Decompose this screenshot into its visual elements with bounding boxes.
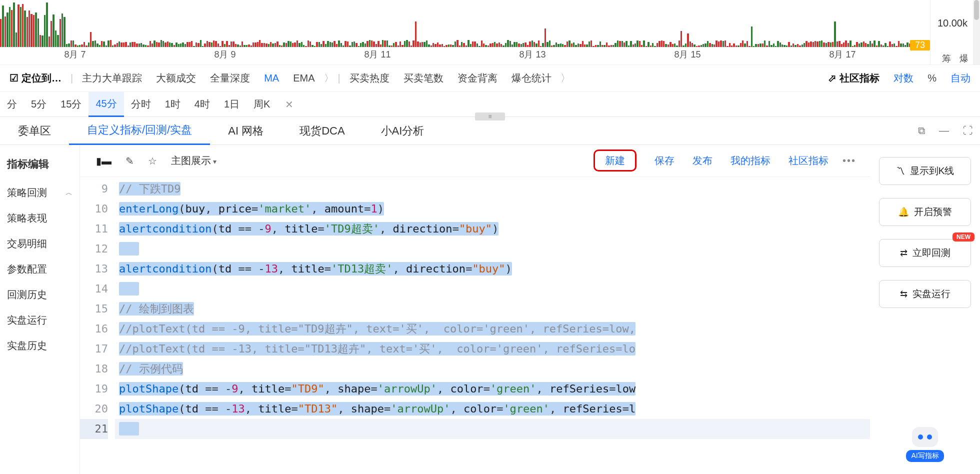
tab-3[interactable]: 现货DCA [282,118,362,144]
new-button[interactable]: 新建 [584,154,646,168]
tab-4[interactable]: 小AI分析 [363,118,442,144]
publish-button[interactable]: 发布 [684,154,722,168]
tab-0[interactable]: 委单区 [0,118,69,144]
my-indicators-button[interactable]: 我的指标 [722,154,780,168]
label: 实盘运行 [7,314,47,327]
timeframe-5分[interactable]: 5分 [24,92,54,116]
code-line-11[interactable]: alertcondition(td == -9, title='TD9超卖', … [115,219,870,239]
sidebar-item-4[interactable]: 回测历史 [0,282,80,308]
timeframe-1日[interactable]: 1日 [217,92,246,116]
code-line-17[interactable]: //plotText(td == -13, title="TD13超卉", te… [115,339,870,359]
locate-button[interactable]: 定位到… [2,72,68,85]
code-line-10[interactable]: enterLong(buy, price='market', amount=1) [115,199,870,219]
chevron-right-icon[interactable]: 〉 [558,72,572,85]
community-indicators-button[interactable]: 社区指标 [780,154,838,168]
more-icon[interactable]: ••• [838,155,861,166]
code-editor[interactable]: 9101112131415161718192021 // 下跌TD9enterL… [80,177,870,474]
divider: | [68,72,75,84]
scale-auto[interactable]: 自动 [944,72,978,85]
x-tick: 8月 15 [674,48,700,60]
timeframe-15分[interactable]: 15分 [54,92,88,116]
code-line-20[interactable]: plotShape(td == -13, title="TD13", shape… [115,399,870,419]
code-line-18[interactable]: // 示例代码 [115,359,870,379]
indicator-rename-icon[interactable]: ▮▬ [89,155,118,167]
community-indicators-link[interactable]: 社区指标 [821,72,886,85]
edit-icon[interactable]: ✎ [118,155,141,167]
tab-2[interactable]: AI 网格 [210,118,282,144]
sidebar-item-6[interactable]: 实盘历史 [0,333,80,358]
indicator-depth[interactable]: 全量深度 [203,72,257,85]
x-tick: 8月 7 [64,48,86,60]
x-tick: 8月 13 [519,48,546,60]
x-tick: 8月 11 [364,48,390,60]
code-line-14[interactable] [115,279,870,299]
sidebar-item-1[interactable]: 策略表现 [0,206,80,231]
indicator-heat[interactable]: 买卖热度 [342,72,396,85]
timeframe-bar: 分5分15分45分分时1时4时1日周K✕ ≡ [0,92,980,117]
timeframe-45分[interactable]: 45分 [88,92,124,117]
code-line-9[interactable]: // 下跌TD9 [115,179,870,199]
label: 参数配置 [7,262,47,276]
label: 开启预警 [914,206,952,218]
backtest-icon: ⇄ [900,248,908,258]
label: AI写指标 [906,450,944,462]
code-line-15[interactable]: // 绘制到图表 [115,299,870,319]
timeframe-1时[interactable]: 1时 [158,92,188,116]
code-line-16[interactable]: //plotText(td == -9, title="TD9超卉", text… [115,319,870,339]
expand-handle-icon[interactable]: ≡ [475,112,505,120]
chevron-up-icon: ︿ [66,188,72,198]
label: 交易明细 [7,237,47,250]
code-line-21[interactable] [115,419,870,439]
side-label-1[interactable]: 筹 [942,52,951,64]
tab-1[interactable]: 自定义指标/回测/实盘 [69,116,210,145]
code-line-12[interactable] [115,239,870,259]
indicator-liquidation[interactable]: 爆仓统计 [504,72,558,85]
indicator-main-track[interactable]: 主力大单跟踪 [75,72,149,85]
backtest-button[interactable]: ⇄ 立即回测 NEW [879,239,971,267]
fullscreen-icon[interactable]: ⛶ [956,125,980,136]
label: 策略表现 [7,212,47,225]
sidebar-item-5[interactable]: 实盘运行 [0,308,80,333]
display-mode-dropdown[interactable]: 主图展示 [164,154,224,168]
x-tick: 8月 9 [214,48,236,60]
scale-percent[interactable]: % [920,72,944,84]
indicator-ema[interactable]: EMA [286,72,322,84]
close-icon[interactable]: ✕ [277,98,302,110]
sidebar-heading: 指标编辑 [0,152,80,180]
sidebar-item-0[interactable]: 策略回测︿ [0,180,80,206]
label: 实盘运行 [912,288,950,300]
indicator-count[interactable]: 买卖笔数 [396,72,450,85]
label: 回测历史 [7,288,47,302]
alert-button[interactable]: 🔔 开启预警 [879,198,971,226]
indicator-large-trades[interactable]: 大额成交 [149,72,203,85]
volume-bars [0,0,920,47]
side-label-2[interactable]: 爆 [960,52,968,64]
code-content[interactable]: // 下跌TD9enterLong(buy, price='market', a… [115,177,870,474]
timeframe-分[interactable]: 分 [0,92,24,116]
scale-log[interactable]: 对数 [886,72,920,85]
indicator-divergence[interactable]: 资金背离 [450,72,504,85]
timeframe-周K[interactable]: 周K [246,92,277,116]
x-axis: 8月 78月 98月 118月 138月 158月 17 [0,48,920,60]
mini-chart: 10.00k 73 8月 78月 98月 118月 138月 158月 17 筹… [0,0,980,65]
popout-icon[interactable]: ⧉ [911,125,932,136]
left-sidebar: 指标编辑 策略回测︿策略表现交易明细参数配置回测历史实盘运行实盘历史 [0,145,80,474]
indicator-ma[interactable]: MA [257,72,286,84]
code-line-13[interactable]: alertcondition(td == -13, title='TD13超卖'… [115,259,870,279]
star-icon[interactable]: ☆ [141,155,164,167]
show-kline-button[interactable]: 〽 显示到K线 [879,157,971,185]
timeframe-4时[interactable]: 4时 [188,92,217,116]
sidebar-item-3[interactable]: 参数配置 [0,256,80,282]
chart-side: 筹 爆 [930,0,980,64]
sidebar-item-2[interactable]: 交易明细 [0,231,80,256]
live-run-button[interactable]: ⇆ 实盘运行 [879,280,971,308]
minimize-icon[interactable]: — [932,125,956,136]
timeframe-分时[interactable]: 分时 [124,92,158,116]
code-line-19[interactable]: plotShape(td == -9, title="TD9", shape='… [115,379,870,399]
save-button[interactable]: 保存 [646,154,684,168]
live-icon: ⇆ [900,288,908,300]
scrollbar[interactable] [973,0,980,64]
bot-face-icon [912,427,938,447]
chevron-right-icon[interactable]: 〉 [322,72,336,85]
ai-write-indicator[interactable]: AI写指标 [879,427,971,462]
